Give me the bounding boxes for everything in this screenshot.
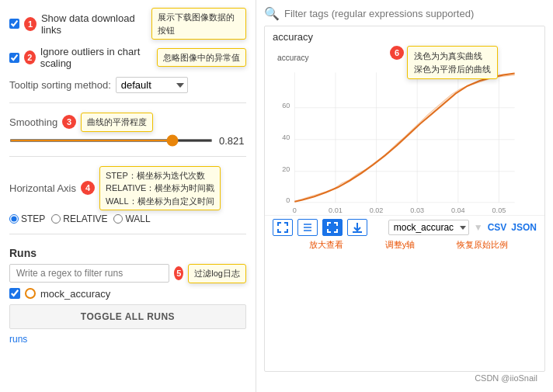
adjust-y-annotation: 调整y轴 bbox=[385, 239, 416, 251]
badge-3: 3 bbox=[62, 115, 76, 129]
tooltip-1: 展示下载图像数据的按钮 bbox=[151, 8, 246, 40]
ignore-outliers-row: 2 Ignore outliers in chart scaling 忽略图像中… bbox=[9, 46, 246, 69]
runs-title: Runs bbox=[9, 247, 246, 259]
svg-text:60: 60 bbox=[282, 100, 290, 109]
smoothing-slider[interactable] bbox=[9, 139, 213, 142]
divider-1 bbox=[9, 102, 246, 103]
badge-2: 2 bbox=[24, 50, 36, 64]
badge-4: 4 bbox=[81, 181, 95, 195]
runs-section: Runs 5 过滤log日志 mock_accuracy TOGGLE ALL … bbox=[9, 247, 246, 345]
horizontal-axis-section: Horizontal Axis 4 STEP：横坐标为迭代次数 RELATIVE… bbox=[9, 166, 246, 225]
download-button[interactable] bbox=[347, 219, 367, 236]
expand-annotation: 放大查看 bbox=[309, 239, 343, 251]
restore-arrow-label: 恢复原始比例 bbox=[457, 239, 508, 251]
smoothed-accuracy-line bbox=[294, 73, 514, 201]
runs-filter-input[interactable] bbox=[9, 264, 169, 283]
svg-text:0.04: 0.04 bbox=[451, 205, 465, 213]
chart-tooltip: 6 浅色为为真实曲线 深色为平滑后的曲线 bbox=[407, 46, 498, 79]
tooltip-2: 忽略图像中的异常值 bbox=[157, 48, 246, 68]
csv-export-link[interactable]: CSV bbox=[488, 222, 507, 233]
chart-toolbar-left bbox=[273, 219, 367, 236]
run-checkbox-mock-accuracy[interactable] bbox=[9, 288, 20, 299]
divider-3 bbox=[9, 234, 246, 234]
chart-svg: accuracy 0 20 40 60 0 0.01 0.02 0.03 0.0… bbox=[271, 47, 538, 215]
toggle-all-runs-button[interactable]: TOGGLE ALL RUNS bbox=[9, 304, 246, 329]
svg-text:0.05: 0.05 bbox=[492, 205, 506, 213]
tooltip-sorting-select[interactable]: default ascending descending nearest bbox=[116, 77, 188, 93]
smoothing-value: 0.821 bbox=[219, 135, 246, 147]
horizontal-axis-label: Horizontal Axis bbox=[9, 182, 76, 194]
svg-text:0: 0 bbox=[293, 205, 297, 213]
svg-text:0.02: 0.02 bbox=[370, 205, 384, 213]
runs-link[interactable]: runs bbox=[9, 334, 246, 345]
chart-tooltip-text: 浅色为为真实曲线 深色为平滑后的曲线 bbox=[407, 46, 498, 79]
smoothing-label: Smoothing bbox=[9, 116, 57, 128]
adjust-y-button[interactable] bbox=[297, 219, 318, 236]
divider-2 bbox=[9, 156, 246, 157]
svg-text:accuracy: accuracy bbox=[277, 54, 309, 62]
chart-toolbar: mock_accurac ▼ CSV JSON bbox=[265, 215, 544, 239]
badge-5: 5 bbox=[174, 266, 183, 280]
run-item-mock-accuracy: mock_accuracy bbox=[9, 288, 246, 300]
svg-text:40: 40 bbox=[282, 133, 290, 141]
ignore-outliers-label: Ignore outliers in chart scaling bbox=[40, 46, 149, 69]
run-name: mock_accuracy bbox=[40, 288, 110, 300]
axis-option-relative[interactable]: RELATIVE bbox=[51, 213, 107, 224]
tooltip-sorting-row: Tooltip sorting method: default ascendin… bbox=[9, 77, 246, 93]
restore-button[interactable] bbox=[322, 219, 343, 236]
smoothing-row: 0.821 bbox=[9, 135, 246, 147]
footer-label: CSDN @iioSnail bbox=[264, 372, 545, 386]
json-export-link[interactable]: JSON bbox=[511, 222, 537, 233]
restore-annotation: 恢复原始比例 bbox=[457, 239, 508, 251]
svg-text:0: 0 bbox=[286, 196, 290, 204]
filter-tags-input[interactable] bbox=[284, 8, 486, 19]
tooltip-sorting-label: Tooltip sorting method: bbox=[9, 79, 111, 91]
svg-text:0.01: 0.01 bbox=[329, 205, 343, 213]
axis-radio-relative[interactable] bbox=[51, 214, 61, 224]
axis-radio-wall[interactable] bbox=[113, 214, 123, 224]
smoothing-section: Smoothing 3 曲线的平滑程度 0.821 bbox=[9, 113, 246, 147]
axis-radio-step[interactable] bbox=[9, 214, 19, 224]
left-panel: 1 Show data download links 展示下载图像数据的按钮 2… bbox=[0, 0, 256, 392]
adjust-y-arrow-label: 调整y轴 bbox=[385, 239, 416, 251]
svg-text:20: 20 bbox=[282, 165, 290, 173]
chart-area: 6 浅色为为真实曲线 深色为平滑后的曲线 accuracy 0 20 40 60… bbox=[265, 44, 544, 215]
run-color-dot bbox=[25, 288, 36, 299]
chart-toolbar-right: mock_accurac ▼ CSV JSON bbox=[388, 220, 537, 235]
expand-arrow-label: 放大查看 bbox=[309, 239, 343, 251]
chart-title: accuracy bbox=[265, 26, 544, 44]
chart-container: accuracy 6 浅色为为真实曲线 深色为平滑后的曲线 accuracy 0… bbox=[264, 26, 545, 372]
show-download-links-checkbox[interactable] bbox=[9, 18, 19, 29]
badge-1: 1 bbox=[24, 17, 37, 31]
axis-option-wall[interactable]: WALL bbox=[113, 213, 150, 224]
badge-6: 6 bbox=[390, 46, 404, 60]
right-panel: 🔍 accuracy 6 浅色为为真实曲线 深色为平滑后的曲线 accuracy… bbox=[256, 0, 553, 392]
search-icon: 🔍 bbox=[264, 6, 280, 21]
axis-tooltip: STEP：横坐标为迭代次数 RELATIVE：横坐标为时间戳 WALL：横坐标为… bbox=[99, 166, 221, 211]
smoothing-tooltip: 曲线的平滑程度 bbox=[81, 113, 153, 132]
chart-name-select[interactable]: mock_accurac bbox=[388, 220, 469, 235]
runs-tooltip: 过滤log日志 bbox=[188, 264, 246, 283]
svg-text:0.03: 0.03 bbox=[410, 205, 424, 213]
expand-button[interactable] bbox=[273, 219, 293, 236]
axis-option-step[interactable]: STEP bbox=[9, 213, 45, 224]
axis-options: STEP RELATIVE WALL bbox=[9, 213, 246, 224]
arrow-annotations: 放大查看 调整y轴 恢复原始比例 bbox=[265, 239, 544, 252]
show-download-links-row: 1 Show data download links 展示下载图像数据的按钮 bbox=[9, 8, 246, 40]
filter-tags-bar: 🔍 bbox=[264, 6, 545, 21]
show-download-links-label: Show data download links bbox=[41, 12, 144, 36]
ignore-outliers-checkbox[interactable] bbox=[9, 52, 19, 64]
